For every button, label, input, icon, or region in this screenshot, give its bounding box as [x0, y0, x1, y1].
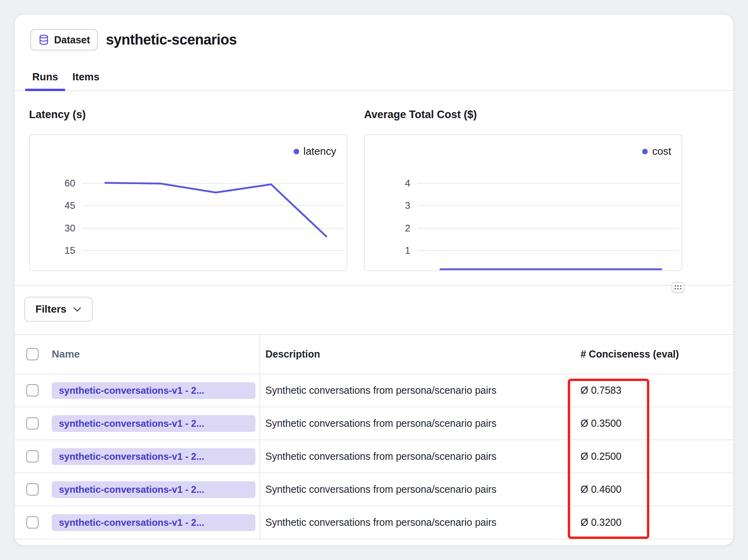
run-description: Synthetic conversations from persona/sce… — [259, 440, 568, 472]
table-row: synthetic-conversations-v1 - 2... Synthe… — [15, 473, 733, 506]
page-header: Dataset synthetic-scenarios — [30, 29, 716, 51]
row-checkbox[interactable] — [26, 417, 39, 430]
cost-chart: cost 4 3 2 1 — [364, 134, 682, 271]
conciseness-score: Ø 0.3200 — [568, 517, 733, 528]
charts-section: Latency (s) latency 60 45 30 15 — [15, 91, 733, 271]
cost-chart-title: Average Total Cost ($) — [364, 109, 682, 121]
tabs: Runs Items — [15, 65, 733, 91]
runs-table: Name Description # Conciseness (eval) sy… — [15, 334, 733, 539]
dataset-card: Dataset synthetic-scenarios Runs Items L… — [14, 14, 734, 546]
row-checkbox[interactable] — [26, 516, 39, 529]
conciseness-score: Ø 0.2500 — [568, 451, 733, 462]
row-checkbox[interactable] — [26, 450, 39, 463]
column-header-description: Description — [259, 335, 568, 373]
table-header-row: Name Description # Conciseness (eval) — [15, 335, 733, 374]
row-checkbox[interactable] — [26, 483, 39, 496]
filters-label: Filters — [35, 303, 66, 315]
select-all-checkbox[interactable] — [26, 348, 39, 360]
drag-handle-icon[interactable] — [672, 282, 684, 293]
tab-runs[interactable]: Runs — [25, 65, 65, 90]
legend-dot — [294, 149, 299, 154]
run-name-link[interactable]: synthetic-conversations-v1 - 2... — [52, 448, 255, 465]
run-name-link[interactable]: synthetic-conversations-v1 - 2... — [52, 514, 255, 531]
conciseness-score: Ø 0.3500 — [568, 418, 733, 429]
run-description: Synthetic conversations from persona/sce… — [259, 374, 568, 406]
legend-label: cost — [652, 145, 671, 158]
table-row: synthetic-conversations-v1 - 2... Synthe… — [15, 407, 733, 440]
table-row: synthetic-conversations-v1 - 2... Synthe… — [15, 440, 733, 473]
run-description: Synthetic conversations from persona/sce… — [259, 506, 568, 539]
page-background: Dataset synthetic-scenarios Runs Items L… — [0, 0, 748, 560]
filters-bar: Filters — [15, 285, 733, 334]
latency-chart-title: Latency (s) — [29, 109, 347, 121]
database-icon — [38, 34, 49, 45]
tab-items[interactable]: Items — [65, 65, 107, 90]
run-name-link[interactable]: synthetic-conversations-v1 - 2... — [52, 481, 255, 498]
badge-label: Dataset — [54, 34, 90, 46]
legend-label: latency — [304, 145, 336, 158]
chevron-down-icon — [73, 307, 82, 312]
run-description: Synthetic conversations from persona/sce… — [259, 407, 568, 439]
column-header-name: Name — [52, 348, 259, 360]
run-name-link[interactable]: synthetic-conversations-v1 - 2... — [52, 415, 255, 432]
legend-dot — [642, 149, 648, 154]
column-header-conciseness: # Conciseness (eval) — [568, 348, 733, 360]
table-row: synthetic-conversations-v1 - 2... Synthe… — [15, 506, 733, 539]
run-name-link[interactable]: synthetic-conversations-v1 - 2... — [52, 382, 255, 399]
filters-button[interactable]: Filters — [24, 297, 93, 322]
latency-chart: latency 60 45 30 15 — [29, 134, 347, 271]
latency-chart-block: Latency (s) latency 60 45 30 15 — [29, 109, 347, 271]
table-row: synthetic-conversations-v1 - 2... Synthe… — [15, 374, 733, 407]
conciseness-score: Ø 0.7583 — [568, 385, 733, 396]
conciseness-score: Ø 0.4600 — [568, 484, 733, 495]
dataset-badge: Dataset — [30, 29, 98, 51]
page-title: synthetic-scenarios — [106, 31, 237, 48]
cost-chart-block: Average Total Cost ($) cost 4 3 2 1 — [364, 109, 682, 271]
cost-line-plot — [365, 135, 682, 270]
row-checkbox[interactable] — [26, 384, 39, 397]
run-description: Synthetic conversations from persona/sce… — [259, 473, 568, 506]
cost-legend: cost — [642, 145, 671, 158]
latency-legend: latency — [294, 145, 336, 158]
